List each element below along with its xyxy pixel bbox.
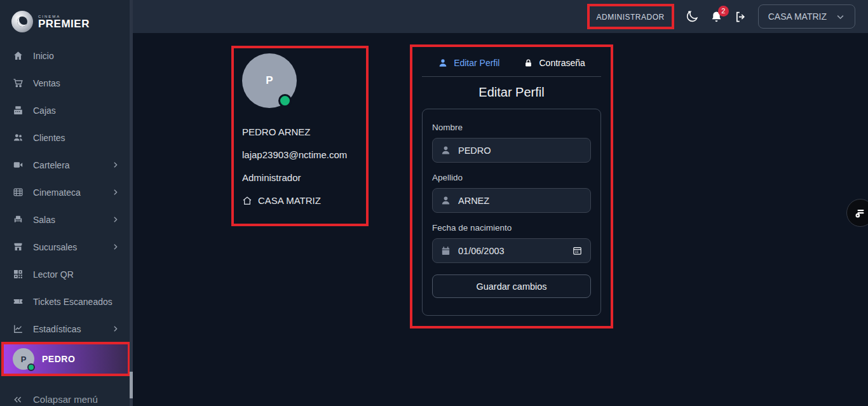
sidebar-item-label: Cajas xyxy=(33,105,56,116)
save-changes-button[interactable]: Guardar cambios xyxy=(432,274,591,298)
chevron-right-icon xyxy=(111,243,119,251)
profile-role: Administrador xyxy=(242,172,366,183)
person-icon xyxy=(440,195,451,206)
video-icon xyxy=(13,159,24,170)
cash-register-icon xyxy=(13,105,24,116)
user-avatar: P xyxy=(13,348,34,370)
apellido-input-group xyxy=(432,188,591,213)
edit-profile-form: Nombre Apellido Fecha de nacimiento Guar… xyxy=(422,109,601,316)
home-icon xyxy=(13,50,24,61)
calendar-icon xyxy=(440,245,451,256)
calendar-picker-icon[interactable] xyxy=(572,245,583,256)
collapse-menu-button[interactable]: Colapsar menú xyxy=(13,394,98,405)
field-label-nombre: Nombre xyxy=(432,123,591,132)
seat-icon xyxy=(13,214,24,225)
chevron-right-icon xyxy=(111,325,119,333)
sidebar-item-clientes[interactable]: Clientes xyxy=(0,124,130,151)
sidebar-item-salas[interactable]: Salas xyxy=(0,206,130,233)
sidebar-item-cartelera[interactable]: Cartelera xyxy=(0,151,130,179)
sidebar-item-label: Salas xyxy=(33,215,55,225)
store-icon xyxy=(13,241,24,252)
collapse-menu-label: Colapsar menú xyxy=(33,394,98,405)
ticket-icon xyxy=(13,296,24,307)
profile-avatar: P xyxy=(242,53,297,108)
sidebar-item-cinemateca[interactable]: Cinemateca xyxy=(0,179,130,206)
sidebar-item-label: Cartelera xyxy=(33,160,70,170)
online-status-dot xyxy=(27,363,35,371)
field-label-fecha-nacimiento: Fecha de nacimiento xyxy=(432,223,591,233)
qr-icon xyxy=(13,269,24,280)
profile-summary-panel: P PEDRO ARNEZ lajap23903@nctime.com Admi… xyxy=(231,46,369,226)
sidebar-item-label: Tickets Escaneados xyxy=(33,297,112,307)
fecha-nacimiento-input[interactable] xyxy=(458,246,565,256)
chevron-right-icon xyxy=(111,161,119,169)
sidebar-item-estadisticas[interactable]: Estadísticas xyxy=(0,315,130,342)
avatar-initial: P xyxy=(266,74,273,87)
sidebar-item-label: Ventas xyxy=(33,78,60,88)
tab-contrasena[interactable]: Contraseña xyxy=(524,58,585,68)
sidebar-nav: Inicio Ventas Cajas Clientes Cartelera C… xyxy=(0,42,130,342)
profile-tabs: Editar Perfil Contraseña xyxy=(412,58,611,68)
logout-icon[interactable] xyxy=(734,10,747,24)
apellido-input[interactable] xyxy=(458,196,583,206)
cart-icon xyxy=(13,78,24,88)
person-icon xyxy=(440,145,451,156)
sidebar-item-label: Cinemateca xyxy=(33,187,81,198)
branch-selector-dropdown[interactable]: CASA MATRIZ xyxy=(758,4,855,29)
sidebar-item-label: Lector QR xyxy=(33,269,74,280)
sidebar-item-label: Estadísticas xyxy=(33,324,81,334)
sidebar-item-ventas[interactable]: Ventas xyxy=(0,69,130,97)
lock-icon xyxy=(524,58,533,68)
stats-icon xyxy=(13,323,24,334)
profile-email: lajap23903@nctime.com xyxy=(242,149,366,160)
edit-profile-panel: Editar Perfil Contraseña Editar Perfil N… xyxy=(410,44,613,328)
sidebar-scrollbar-thumb[interactable] xyxy=(130,372,133,398)
notification-count-badge: 2 xyxy=(718,6,729,17)
floating-widget-button[interactable] xyxy=(846,199,868,227)
sidebar-item-label: Inicio xyxy=(33,51,54,61)
sidebar-item-tickets-escaneados[interactable]: Tickets Escaneados xyxy=(0,288,130,315)
person-icon xyxy=(438,58,448,68)
tab-editar-perfil[interactable]: Editar Perfil xyxy=(438,58,499,68)
online-status-dot xyxy=(278,94,292,107)
chevron-down-icon xyxy=(836,12,845,22)
sidebar-user-name: PEDRO xyxy=(42,354,75,364)
sidebar-item-inicio[interactable]: Inicio xyxy=(0,42,130,69)
brand-logo: CINEMA PREMIER xyxy=(0,0,130,36)
topbar: ADMINISTRADOR 2 CASA MATRIZ xyxy=(130,0,868,33)
tab-label: Editar Perfil xyxy=(454,58,499,68)
house-icon xyxy=(242,196,252,206)
nombre-input[interactable] xyxy=(458,145,583,156)
role-label: ADMINISTRADOR xyxy=(597,13,665,22)
sidebar-item-label: Sucursales xyxy=(33,242,77,252)
tabs-divider xyxy=(422,76,601,77)
cinema-premier-logo-icon xyxy=(11,11,33,32)
tab-label: Contraseña xyxy=(539,58,585,68)
fecha-nacimiento-input-group xyxy=(432,238,591,263)
people-icon xyxy=(13,132,24,143)
sidebar-item-cajas[interactable]: Cajas xyxy=(0,97,130,124)
double-chevron-left-icon xyxy=(13,395,23,405)
sidebar-item-lector-qr[interactable]: Lector QR xyxy=(0,261,130,288)
branch-selector-value: CASA MATRIZ xyxy=(768,11,827,22)
user-annotation-box: P PEDRO xyxy=(1,342,130,376)
film-icon xyxy=(13,187,24,198)
notifications-bell-icon[interactable]: 2 xyxy=(710,10,723,24)
panel-title: Editar Perfil xyxy=(412,85,611,100)
profile-name: PEDRO ARNEZ xyxy=(242,126,366,137)
sidebar-item-sucursales[interactable]: Sucursales xyxy=(0,233,130,261)
dark-mode-moon-icon[interactable] xyxy=(685,10,699,24)
chevron-right-icon xyxy=(111,215,119,224)
sidebar-user-item[interactable]: P PEDRO xyxy=(4,344,128,374)
sidebar-scrollbar-track xyxy=(130,0,133,406)
chevron-right-icon xyxy=(111,188,119,196)
field-label-apellido: Apellido xyxy=(432,173,591,182)
sidebar-item-label: Clientes xyxy=(33,133,65,143)
sidebar: CINEMA PREMIER Inicio Ventas Cajas Clien… xyxy=(0,0,130,406)
role-annotation-box: ADMINISTRADOR xyxy=(587,4,674,29)
nombre-input-group xyxy=(432,138,591,163)
brand-name: PREMIER xyxy=(38,18,90,29)
list-widget-icon xyxy=(853,206,867,220)
avatar-initial: P xyxy=(21,355,27,364)
profile-branch: CASA MATRIZ xyxy=(258,195,321,206)
